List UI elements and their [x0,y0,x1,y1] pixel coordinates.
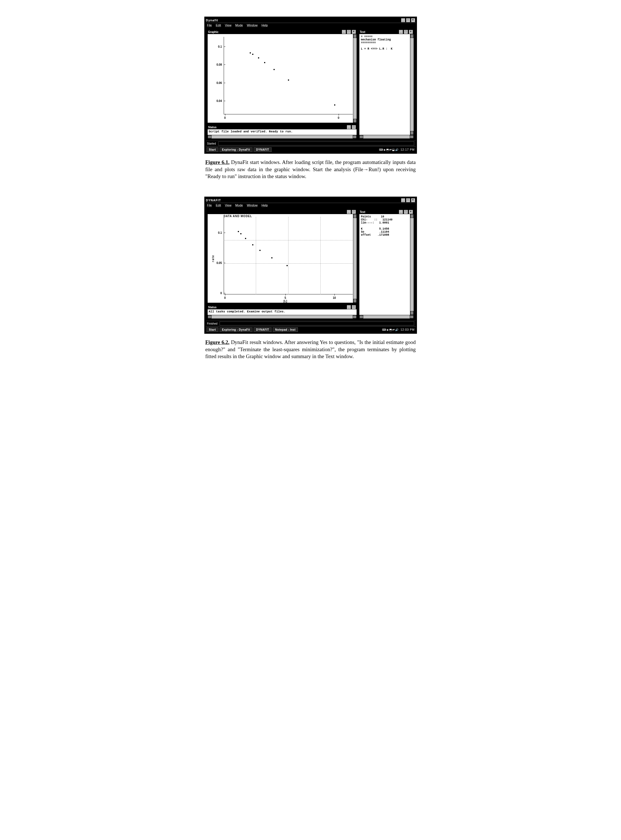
plot-area: 0.1 0.08 0.06 0.04 0 0 [215,35,356,121]
taskbar: Start Exploring - DynaFit DYNAFIT Notepa… [205,326,416,333]
text-row: offset .171098 [361,234,389,237]
maximize-button[interactable]: □ [406,198,410,202]
menu-edit[interactable]: Edit [216,24,221,27]
graphic-window: _ □ DATA AND MODEL [207,209,357,303]
app-titlebar: Dynafit _ □ × [205,18,416,23]
text-window: Text _ □ × = ===== mechanism floating ==… [359,29,414,139]
text-title: Text [360,211,399,214]
xtick: 0 [224,296,226,299]
menu-view[interactable]: View [225,203,232,207]
scrollbar-vertical[interactable] [410,214,413,315]
scrollbar-vertical[interactable] [353,214,357,303]
child-minimize-button[interactable]: _ [347,125,351,129]
scrollbar-horizontal[interactable] [359,315,413,318]
menu-mode[interactable]: Mode [235,24,243,27]
status-text: All tasks completed. Examine output file… [208,309,357,315]
child-minimize-button[interactable]: _ [399,210,403,214]
menu-window[interactable]: Window [247,203,257,207]
window-controls: _ □ × [401,198,415,202]
app-title: Dynafit [206,18,401,22]
data-point [288,79,289,80]
status-text: Script file loaded and verified. Ready t… [208,129,357,135]
caption-lead: Figure 6.2. [205,339,230,345]
child-maximize-button[interactable]: □ [351,125,356,129]
menu-mode[interactable]: Mode [235,203,243,207]
screenshot-2: DYNAFIT _ □ × File Edit View Mode Window… [204,197,417,334]
menu-help[interactable]: Help [262,203,268,207]
taskbar-item[interactable]: Notepad - Inst [273,328,298,332]
taskbar-item[interactable]: Exploring - DynaFit [220,328,253,332]
child-minimize-button[interactable]: _ [399,30,403,34]
close-button[interactable]: × [411,18,415,23]
ytick: 0.05 [214,261,222,264]
ytick: 0.04 [214,99,222,103]
ytick-mark [224,293,226,293]
xtick: 0 [338,116,339,119]
app-title: DYNAFIT [206,199,401,202]
menu-window[interactable]: Window [247,24,257,27]
scrollbar-horizontal[interactable] [208,135,357,138]
text-row: Points 10 [361,215,384,218]
graphic-window: Graphic _ □ × 0.1 0.08 [207,29,357,123]
clock: 12:03 PM [401,328,415,331]
data-point [245,238,246,239]
text-title: Text [360,30,399,33]
child-maximize-button[interactable]: □ [404,210,408,214]
close-button[interactable]: × [411,198,415,202]
child-minimize-button[interactable]: _ [342,30,346,34]
xlabel: [L] [283,300,287,303]
ytick: 0.1 [214,45,222,48]
text-row: So .11104 [361,230,389,234]
menu-view[interactable]: View [225,24,232,27]
start-button[interactable]: Start [206,147,218,152]
start-button[interactable]: Start [206,328,218,332]
tray-icons[interactable]: ⌨◈⬒⇄⬓🔊 [379,148,399,151]
caption-lead: Figure 6.1. [205,159,230,165]
taskbar-item[interactable]: Exploring - DynaFit [220,147,253,152]
ytick: 0 [214,291,222,294]
xtick-mark [225,114,226,115]
text-line: L + R <==> L.R : K [361,47,392,50]
child-maximize-button[interactable]: □ [347,30,351,34]
menu-help[interactable]: Help [262,24,268,27]
child-minimize-button[interactable]: _ [347,305,351,309]
ytick-mark [224,101,226,101]
figure-2-caption: Figure 6.2. DynaFit result windows. Afte… [205,339,416,360]
child-maximize-button[interactable]: □ [351,305,356,309]
child-minimize-button[interactable]: _ [347,210,351,214]
progress-label: Finished [207,322,218,325]
data-point [240,233,241,234]
text-window: Text _ □ × Points 10 Chi- :: 121140 lim-… [359,209,414,319]
tray-icons[interactable]: ⌨◈⬒⇄🔊 [382,328,399,331]
screenshot-1: Dynafit _ □ × File Edit View Mode Window… [204,17,417,154]
minimize-button[interactable]: _ [401,198,405,202]
menu-edit[interactable]: Edit [216,203,221,207]
scrollbar-vertical[interactable] [353,34,357,123]
child-close-button[interactable]: × [351,30,356,34]
text-row: lim----: 1.0001 [361,221,389,224]
data-point [271,257,273,258]
text-row: Chi- :: 121140 [361,218,392,221]
scrollbar-vertical[interactable] [410,34,413,135]
app-titlebar: DYNAFIT _ □ × [205,198,416,203]
taskbar-item[interactable]: DYNAFIT [254,328,272,332]
menu-file[interactable]: File [207,24,212,27]
taskbar-item[interactable]: DYNAFIT [254,147,272,152]
status-title: Status [208,126,347,129]
child-maximize-button[interactable]: □ [351,210,356,214]
child-close-button[interactable]: × [409,30,413,34]
plot-area: DATA AND MODEL rate [215,215,356,302]
plot-frame [224,37,353,114]
data-point [334,105,335,106]
menu-file[interactable]: File [207,203,212,207]
child-maximize-button[interactable]: □ [404,30,408,34]
data-point [259,250,261,251]
mdi-workspace: _ □ DATA AND MODEL [205,208,416,321]
minimize-button[interactable]: _ [401,18,405,23]
data-point [250,52,251,53]
text-row: K 5.1456 [361,227,389,230]
scrollbar-horizontal[interactable] [359,135,413,138]
child-close-button[interactable]: × [409,210,413,214]
scrollbar-horizontal[interactable] [208,315,357,318]
maximize-button[interactable]: □ [406,18,410,23]
